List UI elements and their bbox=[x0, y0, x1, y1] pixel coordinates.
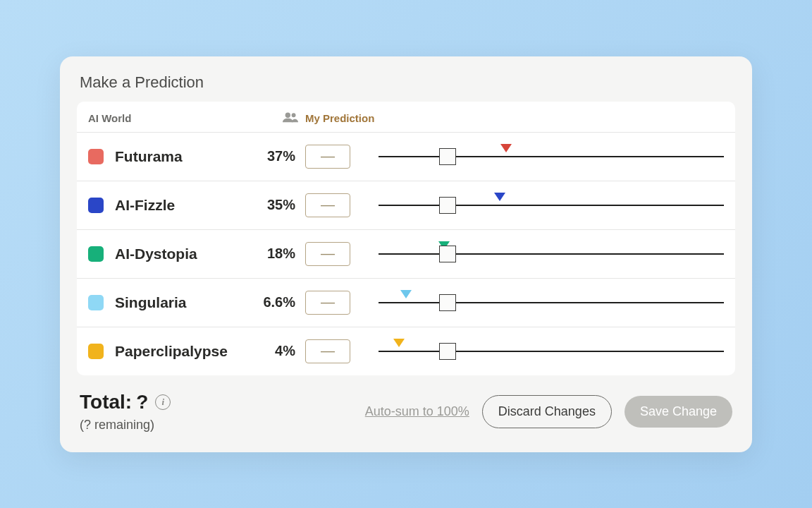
world-name: Singularia bbox=[115, 294, 242, 311]
slider-track bbox=[379, 351, 724, 352]
slider-handle[interactable] bbox=[439, 246, 456, 262]
autosum-link[interactable]: Auto-sum to 100% bbox=[365, 404, 469, 419]
footer-actions: Auto-sum to 100% Discard Changes Save Ch… bbox=[365, 395, 732, 428]
slider-track bbox=[379, 156, 724, 157]
color-swatch bbox=[88, 198, 104, 213]
color-swatch bbox=[88, 344, 104, 359]
table-row: Futurama 37% — bbox=[77, 133, 735, 181]
crowd-percent: 6.6% bbox=[249, 294, 298, 310]
world-name: Futurama bbox=[115, 148, 242, 165]
svg-point-1 bbox=[292, 113, 296, 117]
people-icon bbox=[283, 111, 298, 123]
crowd-marker-icon bbox=[393, 339, 405, 347]
card-footer: Total: ? i (? remaining) Auto-sum to 100… bbox=[77, 391, 735, 433]
slider-track bbox=[379, 253, 724, 255]
world-name: Paperclipalypse bbox=[115, 343, 242, 360]
total-value: ? bbox=[136, 391, 148, 413]
table-row: Singularia 6.6% — bbox=[77, 279, 735, 327]
prediction-slider[interactable] bbox=[369, 144, 724, 169]
header-crowd-icon bbox=[249, 111, 298, 125]
prediction-slider[interactable] bbox=[369, 290, 724, 315]
crowd-percent: 35% bbox=[249, 197, 298, 213]
prediction-input[interactable]: — bbox=[305, 291, 350, 315]
prediction-slider[interactable] bbox=[369, 339, 724, 364]
prediction-input[interactable]: — bbox=[305, 145, 350, 169]
prediction-card: Make a Prediction AI World My Prediction… bbox=[60, 56, 752, 452]
slider-handle[interactable] bbox=[439, 197, 456, 214]
svg-point-0 bbox=[285, 112, 290, 117]
crowd-marker-icon bbox=[500, 144, 512, 152]
prediction-table: AI World My Prediction Futurama 37% — AI… bbox=[77, 102, 735, 375]
crowd-percent: 18% bbox=[249, 246, 298, 262]
prediction-slider[interactable] bbox=[369, 241, 724, 267]
prediction-input[interactable]: — bbox=[305, 242, 350, 266]
table-row: AI-Dystopia 18% — bbox=[77, 230, 735, 279]
table-row: AI-Fizzle 35% — bbox=[77, 181, 735, 230]
crowd-marker-icon bbox=[400, 290, 412, 298]
discard-button[interactable]: Discard Changes bbox=[482, 395, 612, 428]
total-label: Total: bbox=[80, 391, 132, 413]
crowd-percent: 37% bbox=[249, 148, 298, 164]
slider-track bbox=[379, 302, 724, 303]
header-world: AI World bbox=[88, 112, 242, 124]
world-name: AI-Fizzle bbox=[115, 197, 242, 214]
remaining-text: (? remaining) bbox=[80, 418, 171, 433]
prediction-input[interactable]: — bbox=[305, 339, 350, 363]
card-title: Make a Prediction bbox=[77, 73, 735, 92]
slider-handle[interactable] bbox=[439, 148, 456, 165]
table-header: AI World My Prediction bbox=[77, 102, 735, 133]
slider-track bbox=[379, 205, 724, 206]
color-swatch bbox=[88, 246, 104, 262]
info-icon[interactable]: i bbox=[155, 394, 171, 410]
color-swatch bbox=[88, 149, 104, 164]
save-button[interactable]: Save Change bbox=[625, 396, 732, 428]
prediction-slider[interactable] bbox=[369, 193, 724, 218]
crowd-percent: 4% bbox=[249, 343, 298, 359]
table-row: Paperclipalypse 4% — bbox=[77, 327, 735, 375]
slider-handle[interactable] bbox=[439, 294, 456, 311]
prediction-input[interactable]: — bbox=[305, 193, 350, 217]
total-line: Total: ? i bbox=[80, 391, 171, 413]
color-swatch bbox=[88, 295, 104, 310]
world-name: AI-Dystopia bbox=[115, 246, 242, 262]
total-block: Total: ? i (? remaining) bbox=[80, 391, 171, 433]
crowd-marker-icon bbox=[494, 193, 505, 201]
header-my-prediction: My Prediction bbox=[305, 112, 724, 124]
slider-handle[interactable] bbox=[439, 343, 456, 360]
